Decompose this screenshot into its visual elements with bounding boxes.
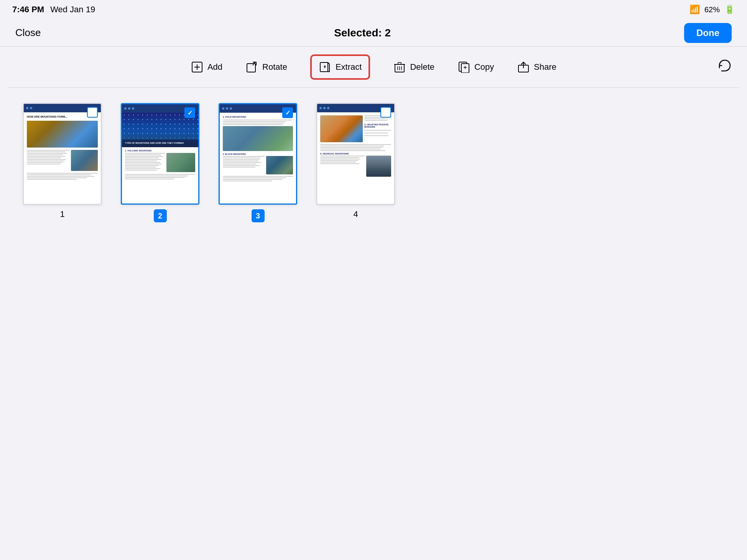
add-button[interactable]: Add xyxy=(191,61,222,74)
delete-label: Delete xyxy=(410,62,434,72)
toolbar: Add Rotate xyxy=(0,47,747,87)
battery-text: 62% xyxy=(704,5,720,14)
status-bar: 7:46 PM Wed Jan 19 📶 62% 🔋 xyxy=(0,0,747,19)
extract-label: Extract xyxy=(336,62,362,72)
page1-number: 1 xyxy=(60,209,64,219)
svg-rect-9 xyxy=(398,62,401,64)
svg-rect-3 xyxy=(247,64,255,72)
page4-checkbox[interactable] xyxy=(380,107,391,118)
pages-area: HOW ARE MOUNTAINS FORM... xyxy=(0,88,747,238)
add-label: Add xyxy=(207,62,222,72)
undo-button[interactable] xyxy=(716,58,732,76)
page2-small-image xyxy=(166,153,195,172)
status-date: Wed Jan 19 xyxy=(50,5,95,15)
delete-icon xyxy=(393,61,406,74)
page3-mid-image xyxy=(266,156,293,174)
page-thumbnail-3[interactable]: 2. FOLD MOUNTAINS 3. BLOCK MOUNTAINS xyxy=(219,103,297,205)
copy-label: Copy xyxy=(474,62,494,72)
extract-button[interactable]: Extract xyxy=(310,54,370,80)
page-thumbnail-2[interactable]: TYPE OF MOUNTAINS AND HOW ARE THEY FORME… xyxy=(121,103,199,205)
wifi-icon: 📶 xyxy=(689,5,700,15)
status-time: 7:46 PM xyxy=(12,5,44,15)
page1-checkbox[interactable] xyxy=(87,107,98,118)
close-button[interactable]: Close xyxy=(15,27,41,39)
page-thumbnail-1[interactable]: HOW ARE MOUNTAINS FORM... xyxy=(23,103,102,205)
header: Close Selected: 2 Done xyxy=(0,19,747,47)
share-label: Share xyxy=(534,62,556,72)
rotate-label: Rotate xyxy=(262,62,287,72)
page-item-3[interactable]: 2. FOLD MOUNTAINS 3. BLOCK MOUNTAINS xyxy=(219,103,297,222)
page4-number: 4 xyxy=(353,209,358,219)
page4-main-image xyxy=(320,115,363,142)
copy-icon xyxy=(457,61,471,74)
battery-icon: 🔋 xyxy=(724,5,735,15)
page1-main-image xyxy=(27,121,98,148)
page3-number: 3 xyxy=(252,209,265,222)
rotate-icon xyxy=(245,61,258,74)
page-item-1[interactable]: HOW ARE MOUNTAINS FORM... xyxy=(23,103,102,219)
page-thumbnail-4[interactable]: 4. UPLIFTED PASSIVE MARGINS 5. RESIDUAL … xyxy=(316,103,395,205)
status-right: 📶 62% 🔋 xyxy=(689,5,735,15)
share-button[interactable]: Share xyxy=(517,61,556,74)
page3-top-image xyxy=(223,126,293,151)
share-icon xyxy=(517,61,530,74)
page-item-2[interactable]: TYPE OF MOUNTAINS AND HOW ARE THEY FORME… xyxy=(121,103,199,222)
page2-number: 2 xyxy=(154,209,167,222)
rotate-button[interactable]: Rotate xyxy=(245,61,287,74)
page4-bottom-image xyxy=(366,156,391,177)
page3-checkbox[interactable] xyxy=(282,107,293,118)
svg-rect-4 xyxy=(320,62,328,72)
page2-checkbox[interactable] xyxy=(184,107,195,118)
selected-title: Selected: 2 xyxy=(334,27,391,39)
page1-small-image xyxy=(71,150,98,171)
done-button[interactable]: Done xyxy=(684,23,732,43)
delete-button[interactable]: Delete xyxy=(393,61,434,74)
page-item-4[interactable]: 4. UPLIFTED PASSIVE MARGINS 5. RESIDUAL … xyxy=(316,103,395,219)
add-icon xyxy=(191,61,204,74)
extract-icon xyxy=(319,61,332,74)
copy-button[interactable]: Copy xyxy=(457,61,494,74)
